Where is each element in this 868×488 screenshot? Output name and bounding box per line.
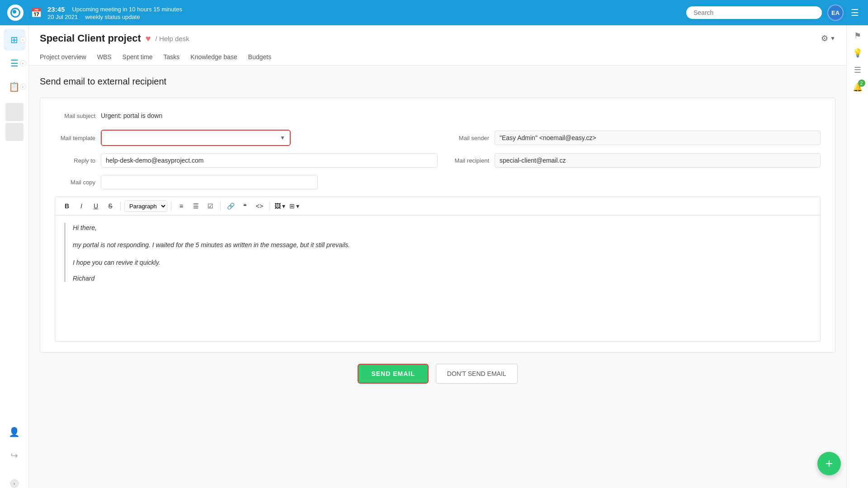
table-button[interactable]: ⊞ ▾ (288, 200, 301, 212)
template-col: Mail template ▼ (55, 130, 438, 146)
task-list-icon[interactable]: ☰ (854, 65, 861, 75)
meeting-weekly: weekly status update (85, 14, 140, 20)
recipient-col: Mail recipient (438, 153, 821, 168)
topbar: 📅 23:45 Upcoming meeting in 10 hours 15 … (0, 0, 868, 25)
editor-line-3: I hope you can revive it quickly. (73, 258, 811, 267)
nav-tasks[interactable]: Tasks (164, 50, 180, 65)
sidebar-placeholder-1 (5, 103, 24, 121)
sidebar-collapse-button[interactable]: › (10, 479, 19, 488)
favorite-icon[interactable]: ♥ (146, 33, 151, 44)
current-date: 20 Jul 2021 (47, 14, 78, 20)
tasks-icon: 📋 (9, 81, 20, 92)
mail-copy-row: Mail copy (55, 175, 821, 189)
sidebar-item-users[interactable]: 👤 (4, 421, 25, 443)
code-button[interactable]: <> (253, 200, 266, 212)
nav-knowledge-base[interactable]: Knowledge base (190, 50, 237, 65)
fab-add-button[interactable]: + (817, 452, 841, 475)
settings-chevron-icon: ▼ (830, 35, 835, 42)
ordered-list-button[interactable]: ☰ (189, 200, 202, 212)
mail-sender-label: Mail sender (448, 135, 489, 141)
app-logo[interactable] (7, 5, 24, 21)
logout-icon: ↪ (10, 450, 18, 461)
link-button[interactable]: 🔗 (224, 200, 237, 212)
sidebar-item-tasks[interactable]: 📋 › (4, 76, 25, 98)
editor-body[interactable]: Hi there, my portal is not responding. I… (55, 215, 821, 342)
template-select-wrapper: ▼ (101, 130, 291, 146)
project-title-row: Special Client project ♥ / Help desk ⚙ ▼ (40, 33, 835, 44)
bulb-icon[interactable]: 💡 (853, 48, 863, 58)
list-icon: ☰ (10, 58, 19, 69)
calendar-icon: 📅 (31, 7, 42, 18)
dashboard-icon: ⊞ (10, 34, 18, 45)
users-icon: 👤 (9, 427, 20, 437)
form-actions: SEND EMAIL DON'T SEND EMAIL (40, 364, 835, 394)
template-sender-row: Mail template ▼ Mail sender (55, 130, 821, 146)
expand-icon: › (20, 37, 26, 43)
mail-recipient-input[interactable] (495, 153, 821, 168)
nav-wbs[interactable]: WBS (97, 50, 112, 65)
notification-badge: 2 (858, 80, 865, 87)
toolbar-separator-4 (269, 202, 270, 211)
expand-icon-2: › (20, 60, 26, 66)
project-header: Special Client project ♥ / Help desk ⚙ ▼… (29, 25, 846, 66)
sidebar-item-list[interactable]: ☰ › (4, 52, 25, 74)
mail-subject-value: Urgent: portal is down (101, 109, 162, 122)
nav-budgets[interactable]: Budgets (248, 50, 271, 65)
gear-icon: ⚙ (821, 33, 828, 43)
bold-button[interactable]: B (61, 200, 73, 212)
right-sidebar: ⚑ 💡 ☰ 🔔 2 (846, 25, 868, 488)
editor-toolbar: B I U S Paragraph Heading 1 Heading 2 He… (55, 197, 821, 215)
template-select[interactable] (102, 131, 290, 145)
meeting-text: Upcoming meeting in 10 hours 15 minutes (72, 6, 182, 13)
dont-send-button[interactable]: DON'T SEND EMAIL (436, 364, 518, 384)
editor-signature: Richard (73, 275, 811, 282)
editor-quote: Hi there, my portal is not responding. I… (64, 223, 811, 282)
mail-copy-input[interactable] (101, 175, 318, 189)
nav-project-overview[interactable]: Project overview (40, 50, 86, 65)
paragraph-select[interactable]: Paragraph Heading 1 Heading 2 Heading 3 (124, 201, 167, 212)
mail-sender-input[interactable] (495, 131, 821, 145)
editor-line-1: Hi there, (73, 223, 811, 233)
email-form: Mail subject Urgent: portal is down Mail… (40, 98, 835, 353)
blockquote-button[interactable]: ❝ (239, 200, 251, 212)
mail-copy-label: Mail copy (55, 179, 95, 186)
main-content: Special Client project ♥ / Help desk ⚙ ▼… (29, 25, 846, 488)
reply-to-label: Reply to (55, 157, 95, 164)
breadcrumb: / Help desk (156, 35, 189, 42)
mail-subject-label: Mail subject (55, 113, 95, 119)
project-settings-button[interactable]: ⚙ ▼ (821, 33, 835, 43)
page-title: Send email to external recipient (40, 76, 835, 87)
toolbar-separator-3 (220, 202, 221, 211)
left-sidebar: ⊞ › ☰ › 📋 › 👤 ↪ › (0, 25, 29, 488)
mail-subject-row: Mail subject Urgent: portal is down (55, 109, 821, 122)
nav-spent-time[interactable]: Spent time (123, 50, 153, 65)
bullet-list-button[interactable]: ≡ (175, 200, 188, 212)
reply-to-input[interactable] (101, 153, 438, 168)
sidebar-item-settings[interactable]: ↪ (4, 445, 25, 466)
sender-col: Mail sender (438, 130, 821, 146)
project-title: Special Client project (40, 33, 141, 44)
sidebar-bottom: 👤 ↪ (4, 421, 25, 474)
editor-line-2: my portal is not responding. I waited fo… (73, 240, 811, 250)
toolbar-separator-1 (120, 202, 121, 211)
italic-button[interactable]: I (75, 200, 88, 212)
underline-button[interactable]: U (90, 200, 102, 212)
expand-icon-3: › (20, 84, 26, 90)
search-input[interactable] (686, 6, 822, 19)
send-email-button[interactable]: SEND EMAIL (358, 364, 428, 384)
task-list-button[interactable]: ☑ (204, 200, 217, 212)
notification-icon[interactable]: 🔔 2 (853, 82, 863, 92)
current-time: 23:45 (47, 5, 65, 13)
sidebar-item-dashboard[interactable]: ⊞ › (4, 29, 25, 51)
page-content: Send email to external recipient Mail su… (29, 66, 846, 488)
image-button[interactable]: 🖼 ▾ (274, 200, 286, 212)
hamburger-menu-icon[interactable]: ☰ (849, 5, 861, 20)
reply-col: Reply to (55, 153, 438, 168)
reply-recipient-row: Reply to Mail recipient (55, 153, 821, 168)
strikethrough-button[interactable]: S (104, 200, 117, 212)
user-avatar[interactable]: EA (827, 5, 844, 21)
flag-icon[interactable]: ⚑ (854, 31, 861, 41)
sidebar-placeholder-2 (5, 123, 24, 141)
mail-recipient-label: Mail recipient (448, 157, 489, 164)
project-nav: Project overview WBS Spent time Tasks Kn… (40, 48, 835, 65)
